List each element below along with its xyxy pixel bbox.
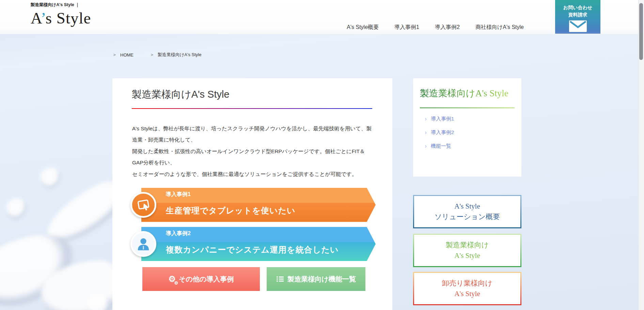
other-case-studies-button[interactable]: ⚙ ⚙ その他の導入事例 xyxy=(142,267,260,291)
vertical-scrollbar-track[interactable] xyxy=(638,0,644,310)
nav-item-trading-company[interactable]: 商社様向けA's Style xyxy=(475,24,524,31)
chevron-right-icon: › xyxy=(425,144,427,149)
case-study-2-title: 複数カンパニーでシステム運用を統合したい xyxy=(166,244,339,255)
person-icon xyxy=(130,231,156,257)
sidebar-link-case-study-2[interactable]: › 導入事例2 xyxy=(425,129,454,136)
sidebar-title: 製造業様向けA's Style xyxy=(420,87,508,99)
water-droplet-decoration xyxy=(40,168,61,189)
breadcrumb-arrow-icon: ＞ xyxy=(112,52,117,58)
breadcrumb-home[interactable]: ＞ HOME xyxy=(112,52,133,58)
title-underline-rule xyxy=(132,108,372,109)
nav-item-case-study-2[interactable]: 導入事例2 xyxy=(435,24,460,31)
sidebar-links: › 導入事例1 › 導入事例2 › 機能一覧 xyxy=(425,116,454,157)
site-header: 製造業様向けA's Style ｜ A’s Style A's Style概要 … xyxy=(0,0,638,34)
site-logo[interactable]: A’s Style xyxy=(31,9,91,27)
main-content-card: 製造業様向けA's Style A's Styleは、弊社が長年に渡り、培ったス… xyxy=(112,78,392,310)
breadcrumb: ＞ HOME ＞ 製造業様向けA's Style xyxy=(112,52,201,58)
sidebar-title-underline xyxy=(420,108,515,108)
breadcrumb-arrow-icon: ＞ xyxy=(150,52,154,58)
tablet-touch-icon xyxy=(130,192,156,218)
chevron-right-icon: › xyxy=(425,130,427,135)
manufacturing-feature-list-button[interactable]: 製造業様向け機能一覧 xyxy=(267,267,365,291)
breadcrumb-current-page[interactable]: ＞ 製造業様向けA's Style xyxy=(150,52,201,58)
list-icon xyxy=(276,276,284,282)
sidebar-link-case-study-1[interactable]: › 導入事例1 xyxy=(425,116,454,122)
case-study-1-title: 生産管理でタブレットを使いたい xyxy=(166,205,296,216)
envelope-icon xyxy=(569,20,587,32)
nav-item-as-style-overview[interactable]: A's Style概要 xyxy=(347,24,379,31)
vertical-scrollbar-thumb[interactable] xyxy=(639,3,643,60)
water-droplet-decoration xyxy=(6,198,27,219)
manufacturing-as-style-box[interactable]: 製造業様向け A's Style xyxy=(413,234,521,267)
main-navigation: A's Style概要 導入事例1 導入事例2 商社様向けA's Style xyxy=(347,24,524,31)
sidebar-link-feature-list[interactable]: › 機能一覧 xyxy=(425,143,454,149)
wholesale-as-style-box[interactable]: 卸売り業様向け A's Style xyxy=(413,272,521,305)
case-study-1-tag: 導入事例1 xyxy=(166,191,191,198)
chevron-right-icon: › xyxy=(425,116,427,121)
intro-paragraph: A's Styleは、弊社が長年に渡り、培ったスクラッチ開発ノウハウを活かし、最… xyxy=(132,123,375,180)
nav-item-case-study-1[interactable]: 導入事例1 xyxy=(394,24,419,31)
sidebar-card: 製造業様向けA's Style › 導入事例1 › 導入事例2 › 機能一覧 xyxy=(413,78,521,177)
page-title: 製造業様向けA's Style xyxy=(132,88,230,101)
case-study-2-banner[interactable]: 導入事例2 複数カンパニーでシステム運用を統合したい xyxy=(130,227,376,261)
gear-icon: ⚙ ⚙ xyxy=(169,275,176,283)
solution-overview-box[interactable]: A's Style ソリューション概要 xyxy=(413,195,521,228)
case-study-1-banner[interactable]: 導入事例1 生産管理でタブレットを使いたい xyxy=(130,188,376,222)
case-study-2-tag: 導入事例2 xyxy=(166,230,191,237)
contact-request-button[interactable]: お問い合わせ 資料請求 xyxy=(555,0,600,34)
site-top-label: 製造業様向けA's Style ｜ xyxy=(31,2,79,8)
